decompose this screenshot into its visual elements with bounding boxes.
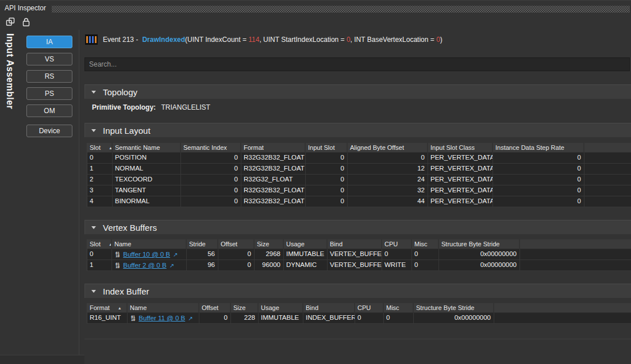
- goto-buffer-arrow-icon[interactable]: ↗: [173, 251, 178, 258]
- event-args: (UINT IndexCount =: [185, 36, 248, 44]
- column-header-label: Misc: [386, 304, 399, 311]
- column-header-structure_byte_stride[interactable]: Structure Byte Stride: [439, 239, 520, 249]
- section-header-input-layout[interactable]: Input Layout: [84, 123, 631, 137]
- cell-format: R32G32B32_FLOAT: [241, 196, 306, 207]
- stage-button-ps[interactable]: PS: [26, 87, 72, 100]
- column-header-instance_data_step_rate[interactable]: Instance Data Step Rate: [493, 143, 584, 152]
- table-row[interactable]: 10110Buffer 2 @ 0 B↗96096000DYNAMICVERTE…: [87, 260, 631, 271]
- cell-slot: 0: [87, 249, 112, 260]
- table-row[interactable]: 3TANGENT0R32G32B32_FLOAT032PER_VERTEX_DA…: [87, 185, 631, 196]
- event-param-value: 114: [248, 36, 259, 44]
- panel-titlebar[interactable]: API Inspector: [0, 0, 631, 15]
- stage-button-rs[interactable]: RS: [26, 70, 72, 83]
- cell-semantic_name: TEXCOORD: [113, 175, 181, 185]
- cell-aligned_byte_offset: 12: [348, 164, 428, 174]
- lock-icon[interactable]: [21, 17, 31, 27]
- cell-input_slot: 0: [306, 196, 348, 207]
- collapse-arrow-icon: [91, 226, 96, 229]
- column-header-label: Input Slot Class: [430, 144, 475, 151]
- goto-buffer-arrow-icon[interactable]: ↗: [170, 262, 174, 269]
- column-header-input_slot[interactable]: Input Slot: [306, 143, 348, 152]
- section-header-topology[interactable]: Topology: [84, 84, 631, 99]
- column-header-slot[interactable]: Slot▲: [87, 143, 113, 152]
- cell-input_slot: 0: [306, 164, 348, 174]
- column-header-slot[interactable]: Slot▲: [87, 239, 112, 249]
- column-header-offset[interactable]: Offset: [218, 239, 255, 249]
- cell-aligned_byte_offset: 44: [348, 196, 428, 207]
- column-header-structure_byte_stride[interactable]: Structure Byte Stride: [414, 303, 494, 312]
- new-window-icon[interactable]: [6, 17, 16, 27]
- table-row[interactable]: 00110Buffer 10 @ 0 B↗5602968IMMUTABLEVER…: [87, 249, 631, 260]
- cell-size: 2968: [255, 249, 284, 260]
- drag-handle-dots[interactable]: [52, 6, 630, 13]
- device-button[interactable]: Device: [26, 125, 72, 137]
- column-header-name[interactable]: Name: [128, 303, 199, 312]
- column-header-usage[interactable]: Usage: [284, 239, 328, 249]
- event-call-link[interactable]: DrawIndexed: [142, 36, 185, 44]
- column-header-cpu[interactable]: CPU: [382, 239, 412, 249]
- column-header-size[interactable]: Size: [231, 303, 259, 312]
- cell-stride: 56: [187, 249, 218, 260]
- table-row[interactable]: 1NORMAL0R32G32B32_FLOAT012PER_VERTEX_DAT…: [87, 164, 631, 175]
- stage-button-ia[interactable]: IA: [26, 36, 72, 48]
- column-header-size[interactable]: Size: [255, 239, 284, 249]
- column-header-semantic_index[interactable]: Semantic Index: [181, 143, 241, 152]
- binary-data-icon: 0110: [116, 262, 120, 269]
- cell-size: 96000: [255, 260, 284, 270]
- table-row[interactable]: 0POSITION0R32G32B32_FLOAT00PER_VERTEX_DA…: [87, 153, 631, 164]
- column-header-stride[interactable]: Stride: [187, 239, 218, 249]
- search-input[interactable]: [84, 57, 630, 71]
- cell-structure_byte_stride: 0x00000000: [439, 249, 520, 260]
- table-row[interactable]: 4BINORMAL0R32G32B32_FLOAT044PER_VERTEX_D…: [87, 196, 631, 207]
- column-header-label: Semantic Name: [115, 144, 160, 151]
- cell-semantic_name: TANGENT: [113, 185, 181, 196]
- stage-button-om[interactable]: OM: [26, 104, 72, 117]
- column-header-label: Structure Byte Stride: [416, 304, 475, 311]
- column-header-bind[interactable]: Bind: [303, 303, 355, 312]
- cell-semantic_index: 0: [181, 185, 241, 196]
- sort-ascending-icon: ▲: [109, 146, 113, 150]
- sidebar-bottom-strip: [0, 355, 84, 364]
- event-args: ): [440, 36, 443, 44]
- column-header-format[interactable]: Format: [241, 143, 306, 152]
- table-row[interactable]: R16_UINT0110Buffer 11 @ 0 B↗0228IMMUTABL…: [87, 313, 631, 324]
- buffer-link[interactable]: Buffer 10 @ 0 B: [123, 251, 170, 258]
- column-header-misc[interactable]: Misc: [384, 303, 414, 312]
- cell-format: R32G32_FLOAT: [241, 175, 306, 185]
- goto-buffer-arrow-icon[interactable]: ↗: [188, 315, 193, 322]
- buffer-link[interactable]: Buffer 2 @ 0 B: [123, 262, 166, 269]
- column-header-label: Name: [130, 304, 147, 311]
- column-header-aligned_byte_offset[interactable]: Aligned Byte Offset: [348, 143, 428, 152]
- section-header-index-buffer[interactable]: Index Buffer: [84, 284, 631, 298]
- buffer-link[interactable]: Buffer 11 @ 0 B: [138, 315, 185, 322]
- cell-semantic_name: BINORMAL: [113, 196, 181, 207]
- column-header-usage[interactable]: Usage: [259, 303, 303, 312]
- column-header-label: Usage: [286, 241, 305, 247]
- cell-filler: [494, 313, 631, 323]
- section-title: Input Layout: [103, 126, 151, 135]
- table-row[interactable]: 2TEXCOORD0R32G32_FLOAT024PER_VERTEX_DATA…: [87, 175, 631, 185]
- column-header-semantic_name[interactable]: Semantic Name: [113, 143, 181, 152]
- column-header-format[interactable]: Format▲: [87, 303, 128, 312]
- column-header-cpu[interactable]: CPU: [355, 303, 384, 312]
- column-header-offset[interactable]: Offset: [199, 303, 231, 312]
- cell-instance_data_step_rate: 0: [493, 164, 584, 174]
- table-header-row: Slot▲NameStrideOffsetSizeUsageBindCPUMis…: [87, 239, 631, 249]
- section-header-vertex-buffers[interactable]: Vertex Buffers: [84, 220, 631, 234]
- column-header-name[interactable]: Name: [112, 239, 187, 249]
- column-header-misc[interactable]: Misc: [412, 239, 439, 249]
- column-header-label: Format: [244, 144, 264, 151]
- column-header-filler: [494, 303, 631, 312]
- column-header-filler: [584, 143, 631, 152]
- column-header-bind[interactable]: Bind: [328, 239, 382, 249]
- primitive-topology-label: Primitive Topology:: [92, 103, 156, 111]
- cell-offset: 0: [218, 260, 255, 270]
- cell-instance_data_step_rate: 0: [493, 153, 584, 163]
- sidebar-divider: [79, 30, 79, 355]
- stage-button-vs[interactable]: VS: [26, 53, 72, 65]
- cell-format: R32G32B32_FLOAT: [241, 185, 306, 196]
- cell-filler: [520, 260, 631, 270]
- primitive-topology-row: Primitive Topology: TRIANGLELIST: [92, 103, 210, 111]
- column-header-input_slot_class[interactable]: Input Slot Class: [428, 143, 493, 152]
- cell-input_slot_class: PER_VERTEX_DATA: [428, 196, 493, 207]
